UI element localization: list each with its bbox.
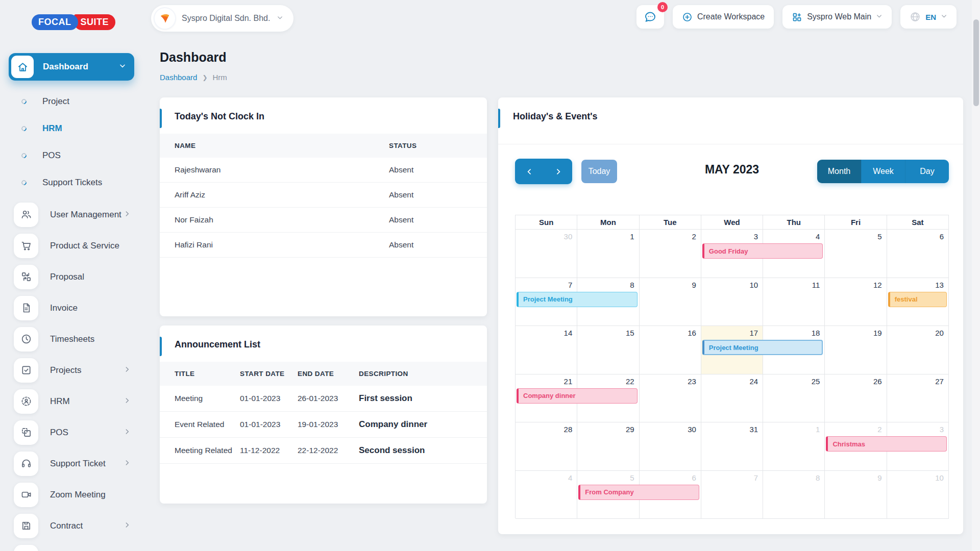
web-main-selector[interactable]: Syspro Web Main [782,5,892,29]
calendar-day-cell[interactable]: 12 [825,278,887,327]
calendar-day-cell[interactable]: 11 [763,278,825,327]
sidebar-subitem-hrm[interactable]: HRM [0,115,143,142]
calendar-day-cell[interactable]: 1 [763,422,825,471]
sidebar-item-label: Product & Service [50,241,131,251]
sidebar-item-contract[interactable]: Contract [0,510,143,541]
view-button-month[interactable]: Month [817,160,861,183]
calendar-day-cell[interactable]: 24 [701,374,763,423]
sidebar-item-pos[interactable]: POS [0,417,143,448]
calendar-event-company-dinner[interactable]: Company dinner [517,388,638,404]
day-number: 6 [940,232,944,241]
calendar-day-cell[interactable]: 14 [516,326,577,374]
sidebar-subitem-project[interactable]: Project [0,88,143,115]
view-button-week[interactable]: Week [861,160,905,183]
day-header-wed: Wed [701,215,763,230]
calendar-event-christmas[interactable]: Christmas [826,436,947,452]
breadcrumb-separator-icon: ❯ [202,74,207,81]
calendar-event-project-meeting[interactable]: Project Meeting [517,292,638,307]
sidebar-item-label: HRM [50,396,124,407]
sidebar-item-hrm[interactable]: HRM [0,386,143,417]
chat-button[interactable]: 0 [636,5,664,29]
calendar-week-row: 45678910From Company [516,471,949,519]
announcement-card: Announcement List TITLESTART DATEEND DAT… [160,325,487,504]
calendar-week-row: 30123456Good Friday [516,230,949,278]
day-header-mon: Mon [577,215,639,230]
sidebar-item-support-ticket[interactable]: Support Ticket [0,448,143,479]
calendar-day-cell[interactable]: 5 [825,230,887,278]
sidebar-item-messenger[interactable]: Messenger [0,541,143,551]
page-scrollbar[interactable] [972,0,980,551]
sidebar-item-zoom-meeting[interactable]: Zoom Meeting [0,479,143,510]
calendar-event-project-meeting[interactable]: Project Meeting [702,340,823,355]
cart-icon [14,234,38,258]
sidebar-item-invoice[interactable]: Invoice [0,292,143,323]
sidebar-item-dashboard[interactable]: Dashboard [9,53,134,81]
header-actions: 0 Create Workspace Syspro Web Main EN [636,5,957,29]
scrollbar-thumb[interactable] [973,19,979,106]
calendar-day-cell[interactable]: 20 [887,326,949,374]
calendar-day-cell[interactable]: 9 [640,278,701,327]
calendar-week-row: 28293031123Christmas [516,422,949,471]
workspace-name: Syspro Digital Sdn. Bhd. [182,14,270,23]
bullet-icon [20,152,28,159]
table-cell: Nor Faizah [160,208,389,233]
day-number: 20 [935,329,944,337]
sidebar-subitem-pos[interactable]: POS [0,142,143,169]
card-accent-bar [160,109,162,128]
sidebar-item-timesheets[interactable]: Timesheets [0,323,143,355]
day-header-sun: Sun [516,215,577,230]
breadcrumb-dashboard-link[interactable]: Dashboard [160,73,197,82]
sidebar-item-product-service[interactable]: Product & Service [0,230,143,261]
workspace-selector[interactable]: Syspro Digital Sdn. Bhd. [151,5,293,32]
calendar-day-cell[interactable]: 8 [763,471,825,519]
calendar-day-cell[interactable]: 29 [577,422,639,471]
calendar-day-cell[interactable]: 6 [887,230,949,278]
table-row: Hafizi RaniAbsent [160,233,487,258]
sidebar-item-label: Timesheets [50,334,131,344]
calendar-day-cell[interactable]: 31 [701,422,763,471]
day-number: 11 [812,281,820,289]
calendar-event-good-friday[interactable]: Good Friday [702,243,823,259]
calendar-day-cell[interactable]: 26 [825,374,887,423]
calendar-day-cell[interactable]: 23 [640,374,701,423]
grid-plus-icon [792,12,802,22]
day-number: 3 [940,425,944,434]
calendar-day-cell[interactable]: 10 [887,471,949,519]
calendar-day-cell[interactable]: 2 [640,230,701,278]
sidebar-subitem-support-tickets[interactable]: Support Tickets [0,169,143,196]
day-number: 14 [564,329,573,337]
calendar-day-cell[interactable]: 27 [887,374,949,423]
card-title: Holiday's & Event's [498,97,963,122]
sidebar-item-label: POS [50,428,124,438]
calendar-day-cell[interactable]: 28 [516,422,577,471]
create-workspace-button[interactable]: Create Workspace [673,5,774,29]
sidebar-subitem-label: HRM [42,123,62,134]
calendar-day-cell[interactable]: 7 [701,471,763,519]
calendar-event-festival[interactable]: festival [888,292,947,307]
day-number: 16 [688,329,696,337]
calendar-day-cell[interactable]: 16 [640,326,701,374]
language-selector[interactable]: EN [900,5,957,29]
calendar-day-cell[interactable]: 30 [516,230,577,278]
calendar-day-cell[interactable]: 25 [763,374,825,423]
chat-bubble-icon [644,10,657,23]
sidebar-item-user-management[interactable]: User Management [0,199,143,230]
calendar-event-from-company[interactable]: From Company [578,485,699,500]
column-header-title: TITLE [160,362,240,386]
invoice-icon [14,296,38,320]
day-number: 8 [630,281,634,289]
chevron-right-icon [124,459,131,468]
calendar-day-cell[interactable]: 15 [577,326,639,374]
sidebar-item-proposal[interactable]: Proposal [0,261,143,292]
day-number: 12 [873,281,882,289]
table-cell: Ariff Aziz [160,183,389,208]
not-clock-in-card: Today's Not Clock In NAMESTATUS Rajeshwa… [160,97,487,316]
view-button-day[interactable]: Day [905,160,949,183]
sidebar-item-projects[interactable]: Projects [0,355,143,386]
calendar-day-cell[interactable]: 9 [825,471,887,519]
calendar-day-cell[interactable]: 1 [577,230,639,278]
calendar-day-cell[interactable]: 30 [640,422,701,471]
calendar-day-cell[interactable]: 10 [701,278,763,327]
calendar-day-cell[interactable]: 4 [516,471,577,519]
calendar-day-cell[interactable]: 19 [825,326,887,374]
